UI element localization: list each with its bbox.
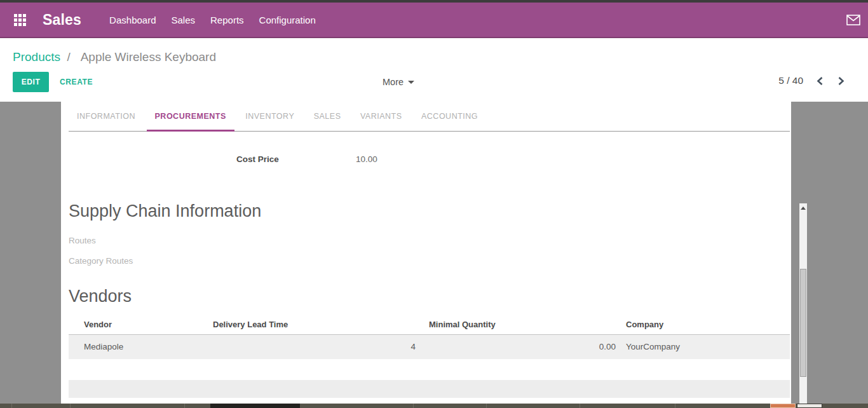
category-routes-label: Category Routes bbox=[69, 256, 133, 266]
pager: 5 / 40 bbox=[778, 75, 845, 86]
content-area: INFORMATION PROCUREMENTS INVENTORY SALES… bbox=[0, 102, 868, 408]
vendor-cell: Mediapole bbox=[69, 335, 213, 359]
messages-envelope-icon[interactable] bbox=[846, 15, 860, 25]
vendors-table-header-row: Vendor Delivery Lead Time Minimal Quanti… bbox=[69, 316, 790, 335]
supply-chain-heading: Supply Chain Information bbox=[69, 201, 261, 221]
nav-item-sales[interactable]: Sales bbox=[172, 15, 196, 25]
tab-accounting[interactable]: ACCOUNTING bbox=[413, 102, 486, 132]
breadcrumb-separator-slash: / bbox=[67, 50, 71, 64]
pager-next-button[interactable] bbox=[837, 76, 845, 86]
column-header-delivery-lead-time: Delivery Lead Time bbox=[213, 316, 419, 335]
taskbar-active-app[interactable] bbox=[210, 404, 300, 408]
tab-procurements[interactable]: PROCUREMENTS bbox=[147, 102, 234, 132]
notebook-tabs: INFORMATION PROCUREMENTS INVENTORY SALES… bbox=[69, 102, 790, 132]
nav-item-dashboard[interactable]: Dashboard bbox=[109, 15, 156, 25]
column-header-vendor: Vendor bbox=[69, 316, 213, 335]
edit-button[interactable]: EDIT bbox=[13, 72, 49, 92]
breadcrumb-current-item: Apple Wireless Keyboard bbox=[81, 50, 216, 64]
apps-grid-icon[interactable] bbox=[14, 14, 26, 26]
minimal-quantity-cell: 0.00 bbox=[419, 335, 620, 359]
vertical-scrollbar[interactable] bbox=[799, 203, 807, 408]
navbar-menu: Dashboard Sales Reports Configuration bbox=[109, 15, 331, 25]
tab-sales[interactable]: SALES bbox=[306, 102, 349, 132]
tab-information[interactable]: INFORMATION bbox=[69, 102, 144, 132]
taskbar-item-light[interactable] bbox=[797, 404, 822, 408]
nav-item-configuration[interactable]: Configuration bbox=[259, 15, 316, 25]
breadcrumb-products-link[interactable]: Products bbox=[13, 50, 60, 64]
scroll-up-arrow-icon[interactable] bbox=[801, 207, 806, 210]
os-taskbar-sliver bbox=[0, 404, 868, 408]
cost-price-value: 10.00 bbox=[356, 154, 377, 164]
vendors-table: Vendor Delivery Lead Time Minimal Quanti… bbox=[69, 316, 790, 359]
pager-previous-button[interactable] bbox=[816, 76, 824, 86]
more-dropdown[interactable]: More bbox=[383, 77, 414, 87]
column-header-company: Company bbox=[620, 316, 790, 335]
column-header-minimal-quantity: Minimal Quantity bbox=[419, 316, 620, 335]
company-cell: YourCompany bbox=[620, 335, 790, 359]
app-title: Sales bbox=[43, 11, 81, 29]
delivery-lead-time-cell: 4 bbox=[213, 335, 419, 359]
empty-section-placeholder bbox=[69, 380, 790, 398]
routes-label: Routes bbox=[69, 236, 96, 245]
taskbar-item-orange[interactable] bbox=[770, 404, 796, 408]
pager-value[interactable]: 5 / 40 bbox=[778, 75, 803, 86]
breadcrumb-current bbox=[74, 50, 81, 64]
caret-down-icon bbox=[408, 81, 414, 84]
more-dropdown-label: More bbox=[383, 77, 403, 87]
main-navbar: Sales Dashboard Sales Reports Configurat… bbox=[0, 3, 868, 38]
form-sheet: INFORMATION PROCUREMENTS INVENTORY SALES… bbox=[61, 102, 791, 404]
vendor-table-row[interactable]: Mediapole 4 0.00 YourCompany bbox=[69, 335, 790, 359]
tab-variants[interactable]: VARIANTS bbox=[352, 102, 410, 132]
cost-price-label: Cost Price bbox=[236, 154, 279, 164]
scrollbar-thumb[interactable] bbox=[800, 269, 806, 377]
tab-inventory[interactable]: INVENTORY bbox=[237, 102, 302, 132]
vendors-heading: Vendors bbox=[69, 287, 132, 306]
create-button[interactable]: CREATE bbox=[60, 72, 93, 92]
nav-item-reports[interactable]: Reports bbox=[210, 15, 244, 25]
breadcrumb: Products / Apple Wireless Keyboard bbox=[13, 50, 216, 64]
